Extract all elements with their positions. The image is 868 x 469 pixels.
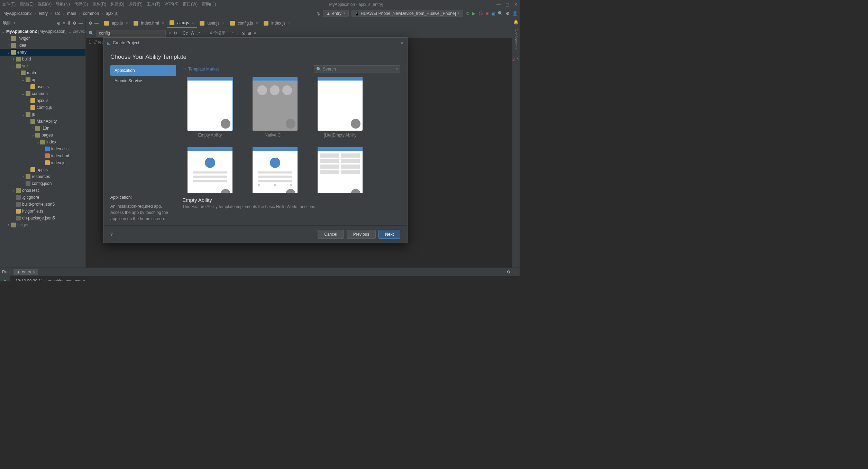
category-application[interactable]: Application: [110, 65, 176, 76]
menu-item[interactable]: 编辑(E): [20, 1, 34, 7]
breadcrumb-item[interactable]: common: [82, 10, 100, 17]
tab-close-icon[interactable]: ×: [288, 21, 291, 26]
tree-row[interactable]: ⌄index: [0, 139, 85, 146]
tree-arrow-icon[interactable]: ⌄: [16, 71, 21, 75]
tree-row[interactable]: index.js: [0, 159, 85, 166]
breadcrumb-item[interactable]: entry: [37, 10, 49, 17]
tree-row[interactable]: ⌄pages: [0, 132, 85, 139]
tree-row[interactable]: .gitignore: [0, 194, 85, 201]
template-item[interactable]: Empty Ability: [182, 77, 238, 138]
maximize-icon[interactable]: ▢: [505, 2, 509, 7]
run-config-selector[interactable]: ▲entry▼: [323, 10, 349, 17]
tab-close-icon[interactable]: ×: [162, 21, 164, 26]
rerun-icon[interactable]: ▶: [4, 278, 7, 281]
menu-item[interactable]: 重构(R): [92, 1, 107, 7]
find-next-icon[interactable]: ↓: [237, 31, 239, 36]
breadcrumb-item[interactable]: ajax.js: [104, 10, 119, 17]
editor-tab[interactable]: config.js×: [227, 18, 261, 28]
tree-row[interactable]: ⌄MainAbility: [0, 118, 85, 125]
breadcrumb-item[interactable]: MyApplication2: [2, 10, 33, 17]
editor-tab[interactable]: ajax.js×: [167, 18, 197, 28]
settings-icon[interactable]: ⚙: [506, 11, 510, 16]
modal-close-icon[interactable]: ✕: [400, 40, 404, 45]
tree-arrow-icon[interactable]: ⌄: [21, 77, 26, 82]
hide-icon[interactable]: —: [79, 21, 83, 26]
add-selection-icon[interactable]: ⊞: [248, 31, 251, 36]
target-icon[interactable]: ◎: [317, 11, 320, 16]
select-all-icon[interactable]: ⇲: [241, 31, 245, 36]
tree-root[interactable]: ⌄ MyApplication2 [MyApplication] D:\deve…: [0, 28, 85, 35]
project-tree[interactable]: ⌄ MyApplication2 [MyApplication] D:\deve…: [0, 28, 85, 268]
tree-row[interactable]: app.js: [0, 166, 85, 173]
collapse-icon[interactable]: ⇵: [67, 21, 71, 26]
menu-item[interactable]: 运行(R): [128, 1, 143, 7]
breadcrumb-item[interactable]: main: [66, 10, 77, 17]
help-icon[interactable]: ?: [110, 232, 113, 237]
tree-row[interactable]: ›i18n: [0, 125, 85, 132]
template-item[interactable]: [312, 147, 368, 193]
previous-button[interactable]: Previous: [347, 230, 376, 239]
tree-row[interactable]: index.hml: [0, 152, 85, 159]
template-item[interactable]: [182, 147, 238, 193]
template-item[interactable]: [Lite]Empty Ability: [312, 77, 368, 138]
tree-row[interactable]: config.json: [0, 180, 85, 187]
tree-row[interactable]: ›resources: [0, 173, 85, 180]
template-search[interactable]: 🔍 Search ×: [314, 65, 400, 73]
menu-item[interactable]: 构建(B): [110, 1, 124, 7]
find-history-icon[interactable]: ↻: [174, 31, 177, 36]
close-icon[interactable]: ✕: [514, 2, 518, 7]
category-atomic-service[interactable]: Atomic Service: [110, 76, 176, 86]
tree-arrow-icon[interactable]: ›: [6, 223, 11, 227]
tree-arrow-icon[interactable]: ⌄: [6, 50, 11, 55]
tree-row[interactable]: ›.idea: [0, 42, 85, 49]
cancel-button[interactable]: Cancel: [318, 230, 344, 239]
tree-arrow-icon[interactable]: ⌄: [21, 91, 26, 96]
tab-close-icon[interactable]: ×: [222, 21, 225, 26]
expand-icon[interactable]: ≡: [63, 21, 65, 26]
template-item[interactable]: [247, 147, 303, 193]
next-button[interactable]: Next: [378, 230, 400, 239]
tree-row[interactable]: ⌄common: [0, 90, 85, 97]
menu-item[interactable]: 工具(T): [147, 1, 160, 7]
menu-item[interactable]: 视图(V): [38, 1, 52, 7]
run-icon[interactable]: ▶: [472, 11, 475, 16]
tab-close-icon[interactable]: ×: [256, 21, 258, 26]
find-prev-icon[interactable]: ↑: [232, 31, 234, 36]
tree-row[interactable]: hvigorfile.ts: [0, 208, 85, 215]
regex-toggle[interactable]: .*: [197, 31, 200, 36]
tab-close-icon[interactable]: ×: [126, 21, 128, 26]
tree-row[interactable]: oh-package.json5: [0, 215, 85, 222]
tree-arrow-icon[interactable]: ›: [21, 174, 26, 179]
menu-item[interactable]: 导航(N): [56, 1, 70, 7]
tabs-gear-icon[interactable]: ⚙: [89, 21, 92, 26]
tree-arrow-icon[interactable]: ⌄: [30, 133, 35, 138]
tree-arrow-icon[interactable]: ⌄: [26, 119, 30, 124]
menu-item[interactable]: 代码(C): [74, 1, 88, 7]
tree-row[interactable]: ⌄entry: [0, 49, 85, 56]
tree-row[interactable]: config.js: [0, 104, 85, 111]
editor-tab[interactable]: app.js×: [101, 18, 131, 28]
tree-arrow-icon[interactable]: ›: [11, 57, 16, 62]
locate-icon[interactable]: ⊕: [57, 21, 61, 26]
tree-row[interactable]: user.js: [0, 83, 85, 90]
menu-item[interactable]: VCS(S): [164, 1, 179, 7]
stop-icon[interactable]: ■: [486, 11, 488, 16]
find-input[interactable]: [97, 30, 166, 37]
tree-row[interactable]: ajax.js: [0, 97, 85, 104]
device-selector[interactable]: 📱HUAWEI Phone [NewDevice_from_Huawei_Pho…: [351, 10, 463, 17]
menu-item[interactable]: 窗口(W): [183, 1, 198, 7]
tree-row[interactable]: ⌄js: [0, 111, 85, 118]
tree-arrow-icon[interactable]: ⌄: [21, 112, 26, 117]
tree-row[interactable]: ›.hvigor: [0, 35, 85, 42]
folder-icon[interactable]: ▣: [491, 11, 495, 16]
find-clear-icon[interactable]: ×: [168, 31, 171, 36]
tree-arrow-icon[interactable]: ⌄: [11, 64, 16, 68]
gear-icon[interactable]: ⚙: [73, 21, 76, 26]
breadcrumb-item[interactable]: src: [53, 10, 62, 17]
search-clear-icon[interactable]: ×: [395, 67, 398, 72]
notifications-icon[interactable]: 🔔: [513, 20, 519, 25]
run-tab[interactable]: ▲entry×: [13, 269, 38, 275]
tree-arrow-icon[interactable]: ›: [11, 188, 16, 193]
tree-arrow-icon[interactable]: ⌄: [35, 140, 40, 144]
search-icon[interactable]: 🔍: [498, 11, 503, 16]
